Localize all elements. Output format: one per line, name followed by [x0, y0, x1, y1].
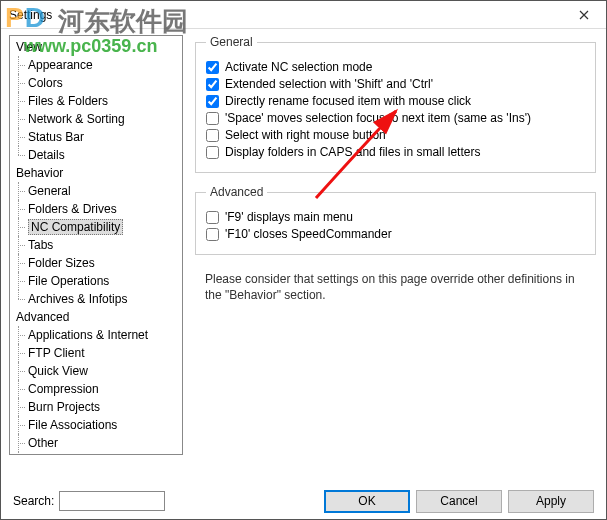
group-general-legend: General	[206, 35, 257, 49]
ok-button[interactable]: OK	[324, 490, 410, 513]
override-note: Please consider that settings on this pa…	[195, 267, 596, 303]
checkbox-f9-mainmenu[interactable]	[206, 211, 219, 224]
group-advanced: Advanced 'F9' displays main menu 'F10' c…	[195, 185, 596, 255]
tree-item-compression[interactable]: Compression	[10, 380, 182, 398]
tree-root: View Appearance Colors Files & Folders N…	[10, 38, 182, 455]
content-area: View Appearance Colors Files & Folders N…	[1, 29, 606, 481]
check-space-moves[interactable]: 'Space' moves selection focus to next it…	[206, 111, 585, 125]
settings-tree[interactable]: View Appearance Colors Files & Folders N…	[9, 35, 183, 455]
checkbox-label: 'Space' moves selection focus to next it…	[225, 111, 531, 125]
tree-item-quick-view[interactable]: Quick View	[10, 362, 182, 380]
checkbox-label: Display folders in CAPS and files in sma…	[225, 145, 480, 159]
close-icon	[579, 10, 589, 20]
checkbox-label: 'F9' displays main menu	[225, 210, 353, 224]
checkbox-label: Extended selection with 'Shift' and 'Ctr…	[225, 77, 433, 91]
window-title: Settings	[1, 8, 562, 22]
checkbox-extended-selection[interactable]	[206, 78, 219, 91]
search-input[interactable]	[59, 491, 165, 511]
search-area: Search:	[1, 491, 199, 511]
tree-item-other[interactable]: Other	[10, 434, 182, 452]
tree-item-file-associations[interactable]: File Associations	[10, 416, 182, 434]
tree-item-details[interactable]: Details	[10, 146, 182, 164]
apply-button[interactable]: Apply	[508, 490, 594, 513]
tree-item-apps-internet[interactable]: Applications & Internet	[10, 326, 182, 344]
check-right-mouse[interactable]: Select with right mouse button	[206, 128, 585, 142]
group-general: General Activate NC selection mode Exten…	[195, 35, 596, 173]
tree-item-file-operations[interactable]: File Operations	[10, 272, 182, 290]
check-f10-closes[interactable]: 'F10' closes SpeedCommander	[206, 227, 585, 241]
tree-item-general[interactable]: General	[10, 182, 182, 200]
sidebar: View Appearance Colors Files & Folders N…	[1, 29, 191, 481]
search-label: Search:	[13, 494, 54, 508]
close-button[interactable]	[562, 1, 606, 29]
tree-item-folder-sizes[interactable]: Folder Sizes	[10, 254, 182, 272]
settings-panel: General Activate NC selection mode Exten…	[191, 29, 606, 481]
button-row: OK Cancel Apply	[199, 490, 606, 513]
tree-cat-advanced[interactable]: Advanced	[10, 308, 182, 326]
checkbox-label: Directly rename focused item with mouse …	[225, 94, 471, 108]
check-f9-mainmenu[interactable]: 'F9' displays main menu	[206, 210, 585, 224]
tree-item-tweaks[interactable]: Tweaks	[10, 452, 182, 455]
tree-item-archives-infotips[interactable]: Archives & Infotips	[10, 290, 182, 308]
checkbox-right-mouse[interactable]	[206, 129, 219, 142]
cancel-button[interactable]: Cancel	[416, 490, 502, 513]
tree-cat-behavior[interactable]: Behavior	[10, 164, 182, 182]
tree-item-tabs[interactable]: Tabs	[10, 236, 182, 254]
checkbox-space-moves[interactable]	[206, 112, 219, 125]
checkbox-label: Activate NC selection mode	[225, 60, 372, 74]
tree-item-files-folders[interactable]: Files & Folders	[10, 92, 182, 110]
tree-item-colors[interactable]: Colors	[10, 74, 182, 92]
titlebar: Settings	[1, 1, 606, 29]
check-activate-nc[interactable]: Activate NC selection mode	[206, 60, 585, 74]
checkbox-label: 'F10' closes SpeedCommander	[225, 227, 392, 241]
tree-item-nc-compatibility[interactable]: NC Compatibility	[10, 218, 182, 236]
check-caps-small[interactable]: Display folders in CAPS and files in sma…	[206, 145, 585, 159]
check-directly-rename[interactable]: Directly rename focused item with mouse …	[206, 94, 585, 108]
checkbox-activate-nc[interactable]	[206, 61, 219, 74]
tree-item-appearance[interactable]: Appearance	[10, 56, 182, 74]
tree-item-folders-drives[interactable]: Folders & Drives	[10, 200, 182, 218]
tree-item-status-bar[interactable]: Status Bar	[10, 128, 182, 146]
checkbox-label: Select with right mouse button	[225, 128, 386, 142]
checkbox-caps-small[interactable]	[206, 146, 219, 159]
tree-cat-view[interactable]: View	[10, 38, 182, 56]
bottom-bar: Search: OK Cancel Apply	[1, 481, 606, 520]
tree-item-ftp-client[interactable]: FTP Client	[10, 344, 182, 362]
tree-item-burn-projects[interactable]: Burn Projects	[10, 398, 182, 416]
tree-item-network-sorting[interactable]: Network & Sorting	[10, 110, 182, 128]
check-extended-selection[interactable]: Extended selection with 'Shift' and 'Ctr…	[206, 77, 585, 91]
checkbox-f10-closes[interactable]	[206, 228, 219, 241]
group-advanced-legend: Advanced	[206, 185, 267, 199]
checkbox-directly-rename[interactable]	[206, 95, 219, 108]
